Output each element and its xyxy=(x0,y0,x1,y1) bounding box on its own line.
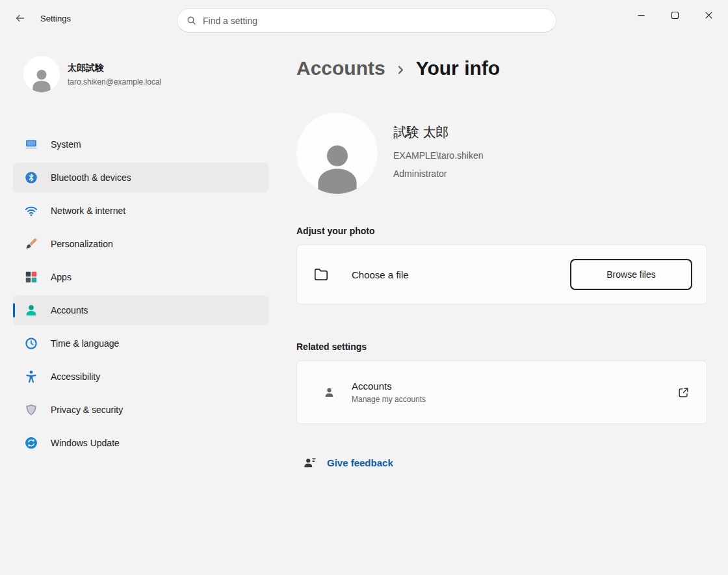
bluetooth-icon xyxy=(23,170,39,185)
accessibility-icon xyxy=(23,369,39,384)
apps-icon xyxy=(23,270,39,284)
titlebar: Settings xyxy=(0,0,728,36)
sidebar-item-privacy-security[interactable]: Privacy & security xyxy=(13,395,268,425)
profile-avatar xyxy=(296,113,378,194)
breadcrumb-chevron-icon xyxy=(396,65,406,75)
choose-file-card: Choose a file Browse files xyxy=(296,245,707,304)
sidebar-item-label: Accounts xyxy=(51,305,88,315)
feedback-icon xyxy=(303,455,317,470)
paintbrush-icon xyxy=(23,237,39,251)
related-accounts-card[interactable]: Accounts Manage my accounts xyxy=(296,360,707,424)
search-icon xyxy=(187,16,196,25)
related-meta: Accounts Manage my accounts xyxy=(352,381,426,404)
avatar xyxy=(23,56,60,92)
profile-account: EXAMPLE\taro.shiken xyxy=(393,146,484,165)
related-item-subtitle: Manage my accounts xyxy=(352,395,426,404)
sidebar-item-system[interactable]: System xyxy=(13,129,268,159)
system-icon xyxy=(23,137,39,152)
sidebar: 太郎試験 taro.shiken@example.local System xyxy=(0,36,286,575)
sidebar-nav: System Bluetooth & devices xyxy=(0,129,286,458)
choose-file-label: Choose a file xyxy=(352,269,409,280)
sidebar-item-bluetooth-devices[interactable]: Bluetooth & devices xyxy=(13,163,268,193)
related-settings-heading: Related settings xyxy=(296,341,707,352)
sidebar-item-label: Accessibility xyxy=(51,371,100,382)
sidebar-item-personalization[interactable]: Personalization xyxy=(13,229,268,259)
minimize-icon xyxy=(638,12,645,19)
profile-meta: 試験 太郎 EXAMPLE\taro.shiken Administrator xyxy=(393,124,484,183)
back-button[interactable] xyxy=(9,8,31,28)
person-icon xyxy=(27,64,56,92)
user-name: 太郎試験 xyxy=(68,62,161,74)
app-title: Settings xyxy=(40,14,71,23)
sidebar-item-network-internet[interactable]: Network & internet xyxy=(13,196,268,226)
user-card: 太郎試験 taro.shiken@example.local xyxy=(23,56,286,92)
sidebar-item-label: Network & internet xyxy=(51,206,125,216)
feedback-row: Give feedback xyxy=(296,455,707,470)
window-controls xyxy=(624,4,725,26)
sidebar-item-time-language[interactable]: Time & language xyxy=(13,328,268,358)
maximize-icon xyxy=(671,12,679,19)
clock-icon xyxy=(23,336,39,351)
wifi-icon xyxy=(23,204,39,218)
folder-icon xyxy=(313,266,330,283)
sidebar-item-accounts[interactable]: Accounts xyxy=(13,295,268,325)
sidebar-item-apps[interactable]: Apps xyxy=(13,262,268,292)
profile-role: Administrator xyxy=(393,165,484,183)
windows-update-icon xyxy=(23,436,39,450)
profile-section: 試験 太郎 EXAMPLE\taro.shiken Administrator xyxy=(296,113,707,194)
shield-icon xyxy=(23,403,39,417)
adjust-photo-heading: Adjust your photo xyxy=(296,226,707,236)
give-feedback-link[interactable]: Give feedback xyxy=(327,457,393,468)
sidebar-item-label: Windows Update xyxy=(51,438,120,448)
search-box xyxy=(177,8,556,33)
page-title: Your info xyxy=(416,55,500,82)
minimize-button[interactable] xyxy=(624,4,658,26)
sidebar-item-label: Apps xyxy=(51,272,72,282)
accounts-icon xyxy=(23,303,39,317)
sidebar-item-windows-update[interactable]: Windows Update xyxy=(13,428,268,458)
user-meta: 太郎試験 taro.shiken@example.local xyxy=(68,62,161,87)
external-link-icon xyxy=(677,386,690,399)
breadcrumb-parent[interactable]: Accounts xyxy=(296,55,385,82)
main-content: Accounts Your info 試験 太郎 EXAMPLE\taro.sh… xyxy=(286,36,728,575)
sidebar-item-label: System xyxy=(51,139,81,150)
browse-files-button[interactable]: Browse files xyxy=(571,260,691,289)
close-icon xyxy=(705,12,712,19)
back-icon xyxy=(15,13,25,23)
user-email: taro.shiken@example.local xyxy=(68,77,161,87)
maximize-button[interactable] xyxy=(658,4,692,26)
sidebar-item-accessibility[interactable]: Accessibility xyxy=(13,362,268,392)
breadcrumb: Accounts Your info xyxy=(296,55,707,82)
sidebar-item-label: Personalization xyxy=(51,239,113,249)
profile-display-name: 試験 太郎 xyxy=(393,124,484,141)
sidebar-item-label: Time & language xyxy=(51,338,119,349)
close-button[interactable] xyxy=(692,4,725,26)
person-icon xyxy=(306,131,369,194)
related-item-title: Accounts xyxy=(352,381,426,392)
sidebar-item-label: Bluetooth & devices xyxy=(51,172,131,183)
search-input[interactable] xyxy=(203,16,547,26)
person-icon xyxy=(322,386,336,399)
sidebar-item-label: Privacy & security xyxy=(51,405,123,415)
